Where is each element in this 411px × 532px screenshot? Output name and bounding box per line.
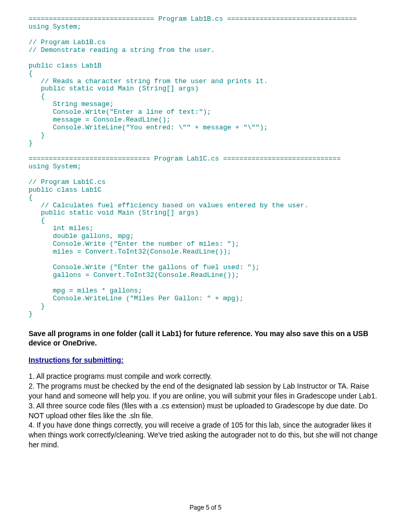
page-footer: Page 5 of 5 (0, 504, 411, 511)
save-instruction: Save all programs in one folder (call it… (29, 329, 382, 348)
list-item: 3. All three source code files (files wi… (29, 401, 382, 421)
list-item: 1. All practice programs must compile an… (29, 371, 382, 381)
instructions-list: 1. All practice programs must compile an… (29, 371, 382, 450)
code-block: =============================== Program … (29, 16, 382, 318)
instructions-heading: Instructions for submitting: (29, 356, 382, 364)
document-page: =============================== Program … (0, 0, 411, 532)
list-item: 4. If you have done things correctly, yo… (29, 420, 382, 450)
list-item: 2. The programs must be checked by the e… (29, 381, 382, 401)
